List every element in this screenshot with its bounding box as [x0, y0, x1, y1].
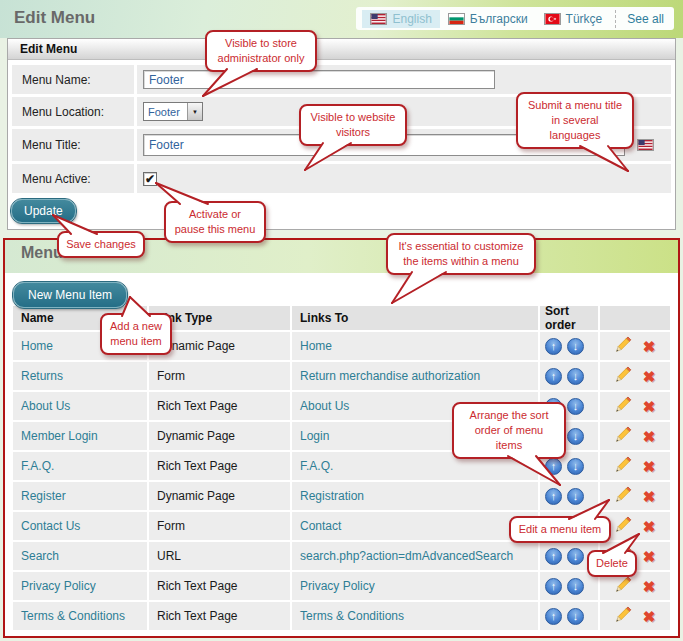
sort-up-button[interactable]: ↑: [545, 488, 562, 505]
menu-item-links-to-link[interactable]: About Us: [300, 399, 349, 413]
language-bulgarian[interactable]: Български: [440, 10, 536, 28]
menu-item-type: Form: [157, 369, 185, 383]
menu-item-links-to-link[interactable]: Login: [300, 429, 329, 443]
see-all-link[interactable]: See all: [615, 10, 668, 28]
edit-pencil-icon[interactable]: [615, 456, 632, 476]
menu-item-name-link[interactable]: Contact Us: [21, 519, 80, 533]
delete-x-icon[interactable]: ✖: [643, 339, 656, 354]
callout-arrange-sort: Arrange the sort order of menu items: [452, 402, 566, 459]
menu-location-select[interactable]: Footer ▼: [143, 102, 203, 121]
edit-pencil-icon[interactable]: [615, 336, 632, 356]
language-bar: English Български Türkçe See all: [356, 7, 674, 30]
table-row: About Us Rich Text Page About Us ↑ ↓ ✖: [13, 392, 670, 422]
callout-visible-store: Visible to store administrator only: [205, 30, 317, 72]
menu-item-links-to-link[interactable]: Privacy Policy: [300, 579, 375, 593]
menu-item-type: Rich Text Page: [157, 579, 238, 593]
tr-flag-icon: [544, 13, 561, 25]
dropdown-arrow-icon: ▼: [187, 103, 202, 120]
table-row: Terms & Conditions Rich Text Page Terms …: [13, 602, 670, 632]
callout-visible-website: Visible to website visitors: [299, 104, 407, 146]
menu-item-name-link[interactable]: Returns: [21, 369, 63, 383]
menu-item-links-to-link[interactable]: F.A.Q.: [300, 459, 333, 473]
menu-item-name-link[interactable]: Register: [21, 489, 66, 503]
sort-down-button[interactable]: ↓: [567, 398, 584, 415]
edit-menu-panel-header: Edit Menu: [8, 39, 675, 60]
language-turkish[interactable]: Türkçe: [536, 10, 611, 28]
header-sort-order: Sort order: [540, 306, 598, 330]
edit-pencil-icon[interactable]: [615, 486, 632, 506]
delete-x-icon[interactable]: ✖: [643, 459, 656, 474]
header-actions: [600, 306, 670, 330]
menu-item-name-link[interactable]: Member Login: [21, 429, 98, 443]
sort-down-button[interactable]: ↓: [567, 578, 584, 595]
sort-up-button[interactable]: ↑: [545, 608, 562, 625]
menu-title-language-flag-icon[interactable]: [637, 139, 654, 151]
menu-item-links-to-link[interactable]: Terms & Conditions: [300, 609, 404, 623]
menu-item-name-link[interactable]: Search: [21, 549, 59, 563]
callout-delete: Delete: [587, 550, 637, 577]
table-row: Member Login Dynamic Page Login ↑ ↓ ✖: [13, 422, 670, 452]
menu-item-type: Dynamic Page: [157, 489, 235, 503]
sort-down-button[interactable]: ↓: [567, 608, 584, 625]
menu-item-name-link[interactable]: Terms & Conditions: [21, 609, 125, 623]
header-links-to: Links To: [292, 306, 538, 330]
delete-x-icon[interactable]: ✖: [643, 429, 656, 444]
menu-item-links-to-link[interactable]: Home: [300, 339, 332, 353]
menu-name-label: Menu Name:: [12, 65, 134, 94]
menu-item-type: Dynamic Page: [157, 429, 235, 443]
sort-down-button[interactable]: ↓: [567, 428, 584, 445]
table-row: Returns Form Return merchandise authoriz…: [13, 362, 670, 392]
menu-active-label: Menu Active:: [12, 164, 134, 193]
menu-items-table-body: Home Dynamic Page Home ↑ ↓ ✖ Returns For…: [13, 332, 670, 632]
menu-item-links-to-link[interactable]: search.php?action=dmAdvancedSearch: [300, 549, 513, 563]
delete-x-icon[interactable]: ✖: [643, 579, 656, 594]
callout-activate-pause: Activate or pause this menu: [164, 201, 266, 243]
sort-up-button[interactable]: ↑: [545, 548, 562, 565]
edit-pencil-icon[interactable]: [615, 426, 632, 446]
menu-title-label: Menu Title:: [12, 129, 134, 161]
menu-items-table: Name Link Type Links To Sort order Home …: [13, 306, 670, 632]
menu-item-name-link[interactable]: Home: [21, 339, 53, 353]
menu-item-links-to-link[interactable]: Registration: [300, 489, 364, 503]
menu-name-input[interactable]: [143, 70, 495, 89]
sort-down-button[interactable]: ↓: [567, 458, 584, 475]
menu-item-links-to-link[interactable]: Return merchandise authorization: [300, 369, 480, 383]
callout-save-changes: Save changes: [57, 231, 145, 258]
page-title: Edit Menu: [14, 8, 95, 28]
sort-up-button[interactable]: ↑: [545, 368, 562, 385]
edit-pencil-icon[interactable]: [615, 606, 632, 626]
language-english[interactable]: English: [362, 10, 439, 28]
edit-pencil-icon[interactable]: [615, 396, 632, 416]
sort-down-button[interactable]: ↓: [567, 548, 584, 565]
menu-item-type: Form: [157, 519, 185, 533]
table-row: Search URL search.php?action=dmAdvancedS…: [13, 542, 670, 572]
bg-flag-icon: [448, 13, 465, 25]
menu-location-label: Menu Location:: [12, 97, 134, 126]
delete-x-icon[interactable]: ✖: [643, 549, 656, 564]
edit-pencil-icon[interactable]: [615, 576, 632, 596]
menu-item-type: Rich Text Page: [157, 399, 238, 413]
callout-submit-title: Submit a menu title in several languages: [516, 92, 634, 149]
callout-essential-customize: It's essential to customize the items wi…: [386, 233, 536, 275]
delete-x-icon[interactable]: ✖: [643, 369, 656, 384]
delete-x-icon[interactable]: ✖: [643, 399, 656, 414]
menu-item-links-to-link[interactable]: Contact: [300, 519, 341, 533]
sort-down-button[interactable]: ↓: [567, 368, 584, 385]
menu-item-name-link[interactable]: Privacy Policy: [21, 579, 96, 593]
menu-name-row: Menu Name:: [12, 65, 671, 94]
sort-down-button[interactable]: ↓: [567, 338, 584, 355]
delete-x-icon[interactable]: ✖: [643, 609, 656, 624]
delete-x-icon[interactable]: ✖: [643, 519, 656, 534]
sort-up-button[interactable]: ↑: [545, 578, 562, 595]
us-flag-icon: [370, 13, 387, 25]
menu-item-name-link[interactable]: About Us: [21, 399, 70, 413]
menu-item-type: Rich Text Page: [157, 609, 238, 623]
sort-up-button[interactable]: ↑: [545, 338, 562, 355]
menu-item-type: Rich Text Page: [157, 459, 238, 473]
delete-x-icon[interactable]: ✖: [643, 489, 656, 504]
table-row: F.A.Q. Rich Text Page F.A.Q. ↑ ↓ ✖: [13, 452, 670, 482]
menu-item-type: URL: [157, 549, 181, 563]
callout-edit-item: Edit a menu item: [509, 516, 611, 543]
edit-pencil-icon[interactable]: [615, 366, 632, 386]
menu-item-name-link[interactable]: F.A.Q.: [21, 459, 54, 473]
